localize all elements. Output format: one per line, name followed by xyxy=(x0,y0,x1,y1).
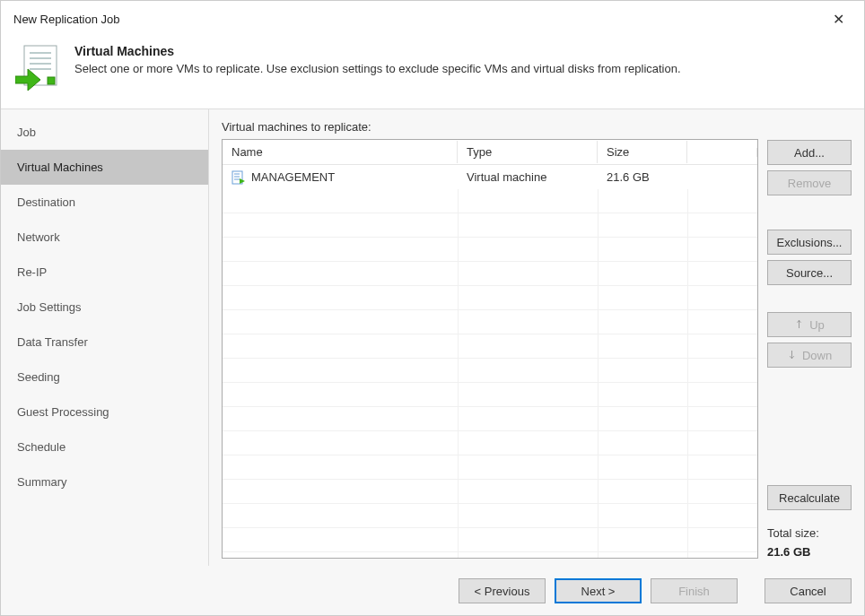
sidebar-item-virtual-machines[interactable]: Virtual Machines xyxy=(1,150,208,185)
previous-button[interactable]: < Previous xyxy=(459,578,546,603)
down-button: 🡓 Down xyxy=(767,343,852,368)
down-button-label: Down xyxy=(802,349,832,362)
finish-button: Finish xyxy=(651,578,738,603)
arrow-up-icon: 🡑 xyxy=(794,319,804,330)
sidebar-item-re-ip[interactable]: Re-IP xyxy=(1,255,208,290)
exclusions-button[interactable]: Exclusions... xyxy=(767,230,852,255)
column-header-size[interactable]: Size xyxy=(598,141,687,163)
total-size-value: 21.6 GB xyxy=(767,545,852,559)
wizard-sidebar: Job Virtual Machines Destination Network… xyxy=(1,109,209,566)
table-row[interactable]: MANAGEMENT Virtual machine 21.6 GB xyxy=(223,165,757,189)
column-header-name[interactable]: Name xyxy=(223,141,458,163)
column-header-extra xyxy=(687,148,757,157)
vm-table-header: Name Type Size xyxy=(223,140,757,165)
sidebar-item-schedule[interactable]: Schedule xyxy=(1,429,208,464)
window-title: New Replication Job xyxy=(13,13,120,26)
recalculate-button[interactable]: Recalculate xyxy=(767,485,852,510)
sidebar-item-data-transfer[interactable]: Data Transfer xyxy=(1,325,208,360)
header-text: Virtual Machines Select one or more VMs … xyxy=(74,44,681,75)
sidebar-item-network[interactable]: Network xyxy=(1,220,208,255)
side-buttons: Add... Remove Exclusions... Source... 🡑 … xyxy=(767,120,852,559)
cell-name: MANAGEMENT xyxy=(223,167,458,188)
header-section: Virtual Machines Select one or more VMs … xyxy=(1,35,864,108)
sidebar-item-destination[interactable]: Destination xyxy=(1,185,208,220)
arrow-down-icon: 🡓 xyxy=(787,350,797,360)
sidebar-item-summary[interactable]: Summary xyxy=(1,464,208,499)
cancel-button[interactable]: Cancel xyxy=(765,578,852,603)
cell-type: Virtual machine xyxy=(458,167,598,187)
add-button[interactable]: Add... xyxy=(767,140,852,165)
up-button: 🡑 Up xyxy=(767,312,852,337)
next-button[interactable]: Next > xyxy=(555,578,642,603)
svg-rect-5 xyxy=(48,77,55,84)
total-size-label: Total size: xyxy=(767,526,852,540)
titlebar: New Replication Job ✕ xyxy=(1,1,864,35)
sidebar-item-job-settings[interactable]: Job Settings xyxy=(1,290,208,325)
body-section: Job Virtual Machines Destination Network… xyxy=(1,108,864,566)
cell-name-text: MANAGEMENT xyxy=(251,170,335,184)
page-title: Virtual Machines xyxy=(74,44,681,58)
wizard-page-icon xyxy=(15,44,58,94)
up-button-label: Up xyxy=(809,318,825,332)
source-button[interactable]: Source... xyxy=(767,260,852,285)
page-subtitle: Select one or more VMs to replicate. Use… xyxy=(74,62,681,75)
table-area: Virtual machines to replicate: Name Type… xyxy=(222,120,758,559)
column-header-type[interactable]: Type xyxy=(458,141,598,163)
table-label: Virtual machines to replicate: xyxy=(222,120,758,134)
cell-size: 21.6 GB xyxy=(598,167,687,187)
vm-table[interactable]: Name Type Size xyxy=(222,139,758,559)
sidebar-item-seeding[interactable]: Seeding xyxy=(1,360,208,395)
remove-button: Remove xyxy=(767,170,852,195)
close-icon[interactable]: ✕ xyxy=(826,9,852,30)
vm-table-body: MANAGEMENT Virtual machine 21.6 GB xyxy=(223,165,757,558)
vm-icon xyxy=(232,170,246,185)
sidebar-item-guest-processing[interactable]: Guest Processing xyxy=(1,395,208,429)
sidebar-item-job[interactable]: Job xyxy=(1,115,208,150)
footer: < Previous Next > Finish Cancel xyxy=(1,566,864,616)
main-panel: Virtual machines to replicate: Name Type… xyxy=(209,109,864,566)
